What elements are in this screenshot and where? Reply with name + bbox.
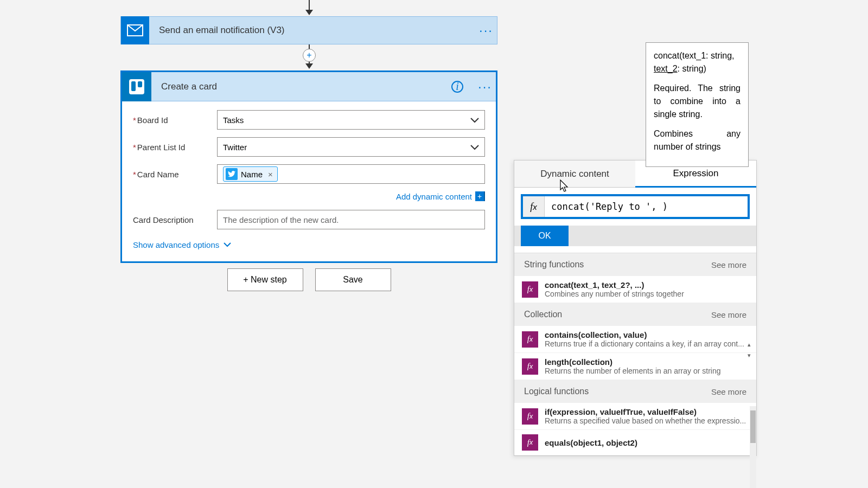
fx-badge-icon: fx <box>522 434 538 451</box>
card-name-label: *Card Name <box>133 170 217 179</box>
chevron-down-icon <box>224 242 231 247</box>
function-list-scrollbar[interactable] <box>750 406 756 488</box>
parent-list-id-label: *Parent List Id <box>133 143 217 152</box>
tab-dynamic-content[interactable]: Dynamic content <box>514 160 635 188</box>
fn-name: equals(object1, object2) <box>545 438 749 447</box>
create-card-header[interactable]: Create a card i ··· <box>122 72 496 101</box>
scroll-up-icon[interactable]: ▴ <box>748 341 751 348</box>
fn-item-equals[interactable]: fx equals(object1, object2) <box>514 430 756 455</box>
fn-item-if[interactable]: fx if(expression, valueIfTrue, valueIfFa… <box>514 403 756 430</box>
svg-rect-3 <box>138 81 142 87</box>
tooltip-signature: concat(text_1: string, text_2: string) <box>654 49 741 75</box>
board-id-label: *Board Id <box>133 115 217 125</box>
add-step-inline-button[interactable]: + <box>303 49 316 62</box>
twitter-icon <box>226 168 238 180</box>
tooltip-description-1: Required. The string to combine into a s… <box>654 82 741 121</box>
add-dynamic-plus-icon[interactable]: + <box>475 191 485 201</box>
fx-badge-icon: fx <box>522 408 538 425</box>
mail-icon <box>121 16 149 44</box>
expression-panel: Dynamic content Expression ▴ ▾ fx concat… <box>514 160 757 456</box>
fn-name: length(collection) <box>545 357 749 367</box>
expression-input[interactable]: concat('Reply to ', ) <box>545 201 748 212</box>
svg-rect-2 <box>131 81 136 91</box>
flow-arrow-1 <box>309 0 310 11</box>
expression-input-wrap: fx concat('Reply to ', ) <box>521 194 750 219</box>
card-description-placeholder: The description of the new card. <box>223 215 339 224</box>
fn-desc: Combines any number of strings together <box>545 290 749 298</box>
fn-item-contains[interactable]: fx contains(collection, value) Returns t… <box>514 326 756 353</box>
show-advanced-options-toggle[interactable]: Show advanced options <box>133 237 231 256</box>
new-step-button[interactable]: + New step <box>227 268 303 291</box>
parent-list-id-dropdown[interactable]: Twitter <box>217 137 485 157</box>
see-more-collection[interactable]: See more <box>711 310 746 319</box>
action-card-email[interactable]: Send an email notification (V3) ··· <box>120 16 497 44</box>
save-button[interactable]: Save <box>315 268 391 291</box>
function-tooltip: concat(text_1: string, text_2: string) R… <box>646 42 749 167</box>
info-icon[interactable]: i <box>451 81 463 93</box>
trello-icon <box>122 72 151 101</box>
add-dynamic-content-link[interactable]: Add dynamic content <box>396 192 472 201</box>
remove-token-button[interactable]: × <box>268 170 273 179</box>
see-more-string[interactable]: See more <box>711 260 746 269</box>
fn-item-length[interactable]: fx length(collection) Returns the number… <box>514 353 756 380</box>
card-description-label: Card Description <box>133 215 217 224</box>
ok-button[interactable]: OK <box>521 226 569 246</box>
scroll-down-icon[interactable]: ▾ <box>748 352 751 359</box>
see-more-logical[interactable]: See more <box>711 387 746 396</box>
chevron-down-icon <box>470 143 479 152</box>
section-header-logical: Logical functions See more <box>514 380 756 403</box>
fn-item-concat[interactable]: fx concat(text_1, text_2?, ...) Combines… <box>514 276 756 303</box>
section-header-string: String functions See more <box>514 253 756 276</box>
parent-list-id-value: Twitter <box>223 143 247 152</box>
fn-name: contains(collection, value) <box>545 330 749 339</box>
card-name-input[interactable]: Name × <box>217 164 485 184</box>
card-description-input[interactable]: The description of the new card. <box>217 210 485 229</box>
create-card-menu-button[interactable]: ··· <box>474 79 496 94</box>
create-card-title: Create a card <box>151 81 451 92</box>
tooltip-description-2: Combines any number of strings <box>654 127 741 153</box>
fn-name: concat(text_1, text_2?, ...) <box>545 280 749 290</box>
token-label: Name <box>241 170 263 179</box>
fx-badge-icon: fx <box>522 281 538 298</box>
fn-desc: Returns true if a dictionary contains a … <box>545 339 749 348</box>
function-list: String functions See more fx concat(text… <box>514 253 756 455</box>
board-id-dropdown[interactable]: Tasks <box>217 110 485 130</box>
dynamic-token-name[interactable]: Name × <box>223 166 278 182</box>
fx-badge-icon: fx <box>522 358 538 375</box>
action-menu-button[interactable]: ··· <box>475 23 497 38</box>
fx-icon: fx <box>523 196 545 217</box>
section-header-collection: Collection See more <box>514 303 756 326</box>
board-id-value: Tasks <box>223 115 244 125</box>
fn-desc: Returns the number of elements in an arr… <box>545 367 749 375</box>
chevron-down-icon <box>470 115 479 125</box>
action-card-create-card: Create a card i ··· *Board Id Tasks *Par… <box>120 70 497 263</box>
scrollbar-thumb[interactable] <box>750 410 756 443</box>
fx-badge-icon: fx <box>522 331 538 348</box>
fn-desc: Returns a specified value based on wheth… <box>545 416 749 425</box>
fn-name: if(expression, valueIfTrue, valueIfFalse… <box>545 407 749 416</box>
action-title: Send an email notification (V3) <box>149 25 475 36</box>
